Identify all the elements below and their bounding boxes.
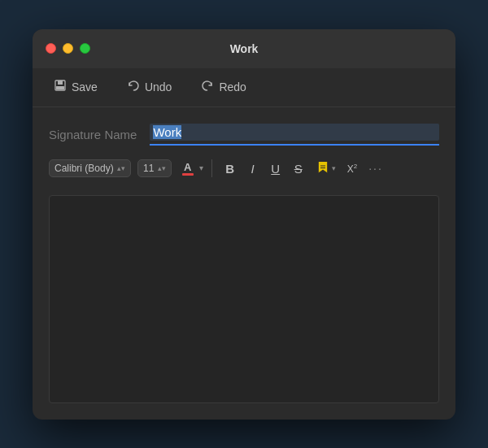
font-size-select[interactable]: 11 ▴▾	[137, 159, 172, 177]
redo-label: Redo	[219, 80, 246, 94]
highlight-icon	[316, 160, 330, 177]
undo-icon	[127, 79, 140, 95]
signature-content-area[interactable]	[49, 195, 439, 403]
signature-name-label: Signature Name	[49, 128, 137, 141]
signature-name-row: Signature Name	[33, 107, 455, 146]
bold-label: B	[225, 162, 234, 176]
superscript-button[interactable]: X2	[343, 159, 361, 178]
close-button[interactable]	[46, 43, 56, 54]
format-toolbar: Calibri (Body) ▴▾ 11 ▴▾ A ▾ B	[33, 146, 455, 189]
strikethrough-button[interactable]: S	[289, 159, 308, 179]
redo-button[interactable]: Redo	[196, 76, 251, 98]
strikethrough-label: S	[294, 162, 303, 176]
bold-button[interactable]: B	[220, 159, 240, 179]
underline-label: U	[271, 162, 280, 176]
more-label: ···	[368, 162, 383, 175]
signature-name-input[interactable]	[150, 124, 439, 141]
more-options-button[interactable]: ···	[364, 159, 387, 178]
font-color-bar	[182, 173, 194, 176]
minimize-button[interactable]	[63, 43, 73, 54]
svg-rect-1	[58, 80, 63, 85]
underline-button[interactable]: U	[266, 159, 285, 179]
font-color-dropdown-icon[interactable]: ▾	[199, 164, 203, 172]
traffic-lights	[46, 43, 90, 54]
save-button[interactable]: Save	[49, 76, 102, 98]
italic-button[interactable]: I	[243, 159, 263, 179]
superscript-label: X2	[347, 163, 357, 175]
redo-icon	[201, 79, 214, 95]
font-color-icon: A	[184, 162, 191, 172]
svg-marker-4	[319, 162, 327, 172]
maximize-button[interactable]	[80, 43, 90, 54]
toolbar-divider-1	[211, 159, 212, 177]
save-icon	[54, 79, 67, 95]
undo-label: Undo	[145, 80, 172, 94]
window-title: Work	[230, 42, 259, 55]
italic-label: I	[251, 162, 255, 176]
title-bar: Work	[33, 29, 455, 68]
font-size-value: 11	[143, 163, 155, 174]
highlight-button[interactable]: ▾	[312, 157, 340, 181]
svg-rect-2	[56, 86, 64, 89]
font-size-chevron-icon: ▴▾	[158, 165, 166, 172]
font-family-select[interactable]: Calibri (Body) ▴▾	[49, 159, 131, 177]
signature-name-input-wrapper	[150, 124, 439, 146]
font-family-value: Calibri (Body)	[54, 163, 114, 174]
font-family-chevron-icon: ▴▾	[117, 165, 125, 172]
font-color-button[interactable]: A	[178, 159, 198, 179]
toolbar: Save Undo Redo	[33, 68, 455, 107]
undo-button[interactable]: Undo	[122, 76, 176, 98]
save-label: Save	[72, 80, 98, 94]
highlight-dropdown-icon: ▾	[332, 165, 336, 172]
